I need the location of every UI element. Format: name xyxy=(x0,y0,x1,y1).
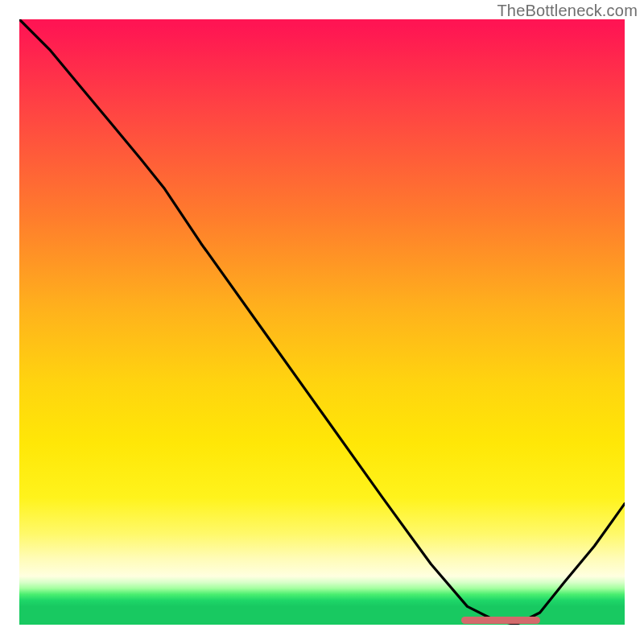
watermark-text: TheBottleneck.com xyxy=(497,2,638,20)
curve-path xyxy=(19,19,625,625)
plot-area xyxy=(19,19,625,625)
bottleneck-marker xyxy=(461,617,540,624)
chart-container: TheBottleneck.com xyxy=(0,0,644,644)
curve-svg xyxy=(19,19,625,625)
